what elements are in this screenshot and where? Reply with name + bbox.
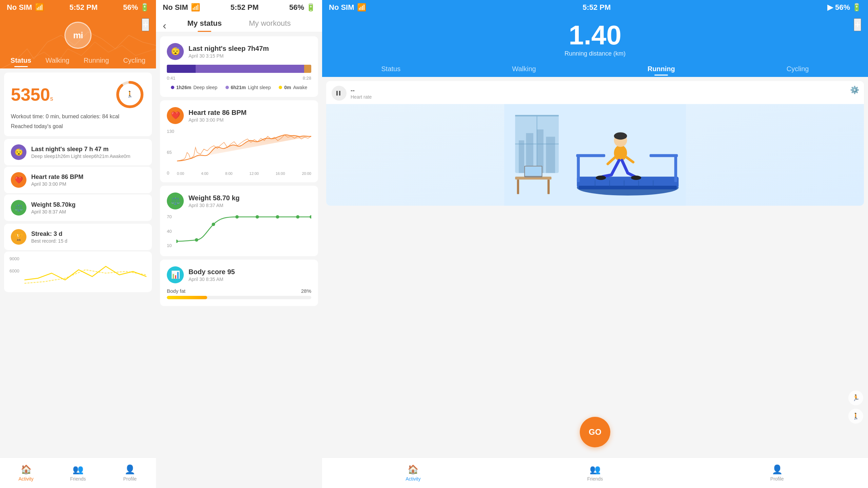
nav-activity-3[interactable]: 🏠 Activity xyxy=(322,464,504,482)
battery-text-2: 56% xyxy=(289,3,304,12)
svg-rect-37 xyxy=(576,154,605,157)
back-button-2[interactable]: ‹ xyxy=(163,19,166,32)
nav-friends-3[interactable]: 👥 Friends xyxy=(504,464,686,482)
streak-title: Streak: 3 d xyxy=(31,230,67,238)
tab-cycling-1[interactable]: Cycling xyxy=(119,54,150,68)
light-sleep-label: Light sleep xyxy=(248,85,271,90)
runner-scene-svg xyxy=(326,104,864,206)
tab-myworkouts[interactable]: My workouts xyxy=(242,19,297,32)
tab-status-3[interactable]: Status xyxy=(377,62,405,77)
svg-rect-11 xyxy=(336,91,338,96)
runner-card: -- Heart rate ⚙️ xyxy=(326,81,864,206)
sleep-card-info: Last night's sleep 7h47m April 30 3:15 P… xyxy=(189,45,269,59)
streak-item[interactable]: 🏆 Streak: 3 d Best record: 15 d xyxy=(4,224,152,250)
weight-item-1[interactable]: ⚖️ Weight 58.70kg April 30 8:37 AM xyxy=(4,195,152,221)
weight-card-2: ⚖️ Weight 58.70 kg April 30 8:37 AM 70 4… xyxy=(160,186,318,256)
body-fat-label-row: Body fat 28% xyxy=(167,288,311,294)
tab-mystatus[interactable]: My status xyxy=(181,19,229,32)
add-button-1[interactable]: + xyxy=(142,18,149,31)
panel-running: No SIM 📶 5:52 PM ▶ 56% 🔋 + 1.40 Running … xyxy=(322,0,868,488)
steps-unit: s xyxy=(50,95,53,102)
status-bar-right-2: 56% 🔋 xyxy=(289,3,315,12)
sleep-item-1[interactable]: 😴 Last night's sleep 7 h 47 m Deep sleep… xyxy=(4,139,152,165)
svg-rect-26 xyxy=(525,166,541,176)
awake-legend: 0m Awake xyxy=(279,85,307,90)
chart-y-6000: 6000 xyxy=(9,268,19,273)
deep-sleep-value: 1h26m xyxy=(176,85,191,90)
hr-card-header: ❤️ Heart rate 86 BPM April 30 3:00 PM xyxy=(167,107,311,124)
no-sim-text-2: No SIM xyxy=(163,3,188,12)
chart-y-9000: 9000 xyxy=(9,256,19,261)
svg-text:🚶: 🚶 xyxy=(126,90,134,98)
hr-y-130: 130 xyxy=(167,129,174,134)
walking-side-icon[interactable]: 🚶 xyxy=(848,409,863,424)
hr-card-title: Heart rate 86 BPM xyxy=(189,109,246,117)
svg-rect-18 xyxy=(519,140,524,173)
running-distance-value: 1.40 xyxy=(329,22,861,49)
hr-y-0: 0 xyxy=(167,170,174,176)
panel3-tabs: Status Walking Running Cycling xyxy=(322,59,868,77)
weight-card-header: ⚖️ Weight 58.70 kg April 30 8:37 AM xyxy=(167,192,311,209)
sleep-card-2: 😴 Last night's sleep 7h47m April 30 3:15… xyxy=(160,36,318,97)
svg-rect-35 xyxy=(577,155,580,182)
runner-card-top: -- Heart rate ⚙️ xyxy=(326,81,864,104)
steps-display: 5350s xyxy=(11,86,53,103)
sleep-text-1: Last night's sleep 7 h 47 m Deep sleep1h… xyxy=(31,146,130,159)
battery-icon-3: 🔋 xyxy=(852,3,861,12)
hr-card-info: Heart rate 86 BPM April 30 3:00 PM xyxy=(189,109,246,123)
hr-y-labels: 130 65 0 xyxy=(167,129,177,176)
deep-sleep-segment xyxy=(167,65,196,73)
hr-x-20: 20:00 xyxy=(302,171,311,176)
nav-friends-label-1: Friends xyxy=(70,476,86,482)
weight-text-1: Weight 58.70kg April 30 8:37 AM xyxy=(31,201,76,215)
nav-activity-1[interactable]: 🏠 Activity xyxy=(0,464,52,482)
goal-text: Reached today's goal xyxy=(11,123,145,129)
weight-y-40: 40 xyxy=(167,229,174,234)
nav-profile-label-3: Profile xyxy=(770,476,784,482)
tab-cycling-3[interactable]: Cycling xyxy=(783,62,813,77)
go-button[interactable]: GO xyxy=(580,417,610,447)
body-score-card-title: Body score 95 xyxy=(189,268,235,276)
awake-segment xyxy=(304,65,311,73)
weight-card-date: April 30 8:37 AM xyxy=(189,203,240,208)
hr-info-3: -- Heart rate xyxy=(351,87,372,100)
awake-label: Awake xyxy=(293,85,307,90)
sleep-card-header: 😴 Last night's sleep 7h47m April 30 3:15… xyxy=(167,43,311,60)
tab-walking-3[interactable]: Walking xyxy=(508,62,540,77)
status-bar-right-1: 56% 🔋 xyxy=(123,3,149,12)
add-button-3[interactable]: + xyxy=(854,18,861,31)
status-bar-3: No SIM 📶 5:52 PM ▶ 56% 🔋 xyxy=(322,0,868,15)
hr-item-1[interactable]: ❤️ Heart rate 86 BPM April 30 3:00 PM xyxy=(4,167,152,193)
nav-activity-label-1: Activity xyxy=(18,476,33,482)
streak-subtitle: Best record: 15 d xyxy=(31,238,67,244)
bottom-nav-3: 🏠 Activity 👥 Friends 👤 Profile xyxy=(322,458,868,488)
workout-info: Workout time: 0 min, burned calories: 84… xyxy=(11,113,145,121)
hr-text-1: Heart rate 86 BPM April 30 3:00 PM xyxy=(31,174,83,187)
body-score-card-date: April 30 8:35 AM xyxy=(189,277,235,282)
svg-rect-29 xyxy=(579,186,677,189)
battery-icon-1: 🔋 xyxy=(140,3,149,12)
svg-rect-36 xyxy=(674,155,677,182)
gear-button-3[interactable]: ⚙️ xyxy=(850,86,859,95)
tab-walking-1[interactable]: Walking xyxy=(41,54,73,68)
tab-status-1[interactable]: Status xyxy=(6,54,35,68)
light-sleep-dot xyxy=(225,86,229,89)
no-sim-text-1: No SIM xyxy=(7,3,32,12)
body-score-card-info: Body score 95 April 30 8:35 AM xyxy=(189,268,235,282)
hr-chart-area: 0:00 4:00 8:00 12:00 16:00 20:00 xyxy=(177,129,311,176)
nav-profile-3[interactable]: 👤 Profile xyxy=(686,464,868,482)
svg-rect-24 xyxy=(548,180,550,194)
battery-text-1: 56% xyxy=(123,3,138,12)
panel-mystatus: No SIM 📶 5:52 PM 56% 🔋 ‹ My status My wo… xyxy=(156,0,322,488)
wifi-icon-3: 📶 xyxy=(357,3,366,12)
tab-running-1[interactable]: Running xyxy=(80,54,113,68)
hr-subtitle-1: April 30 3:00 PM xyxy=(31,181,83,187)
running-side-icon[interactable]: 🏃 xyxy=(848,390,863,405)
tab-running-3[interactable]: Running xyxy=(644,62,679,77)
nav-friends-1[interactable]: 👥 Friends xyxy=(52,464,104,482)
hr-chart-wrap: 130 65 0 xyxy=(167,129,311,176)
nav-profile-1[interactable]: 👤 Profile xyxy=(104,464,156,482)
ring-svg: 🚶 xyxy=(115,79,145,110)
deep-sleep-legend: 1h26m Deep sleep xyxy=(171,85,217,90)
time-3: 5:52 PM xyxy=(583,3,611,12)
